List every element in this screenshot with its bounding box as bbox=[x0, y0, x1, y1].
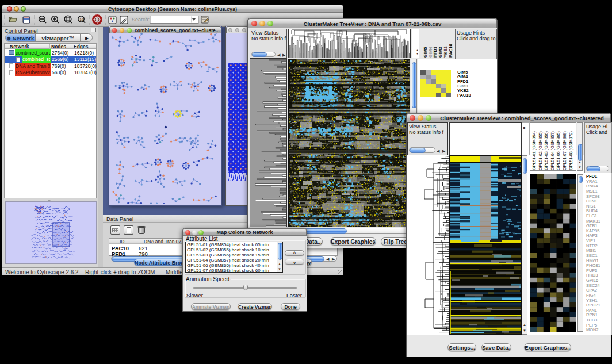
svg-text:GPL51-03 (GSM856): GPL51-03 (GSM856) bbox=[544, 131, 549, 170]
svg-text:GPL51-08 (GSM872): GPL51-08 (GSM872) bbox=[568, 131, 573, 170]
svg-text:PFD1: PFD1 bbox=[433, 47, 438, 58]
svg-text:GPL51-02 (GSM855): GPL51-02 (GSM855) bbox=[538, 131, 543, 170]
svg-text:GPL51-07 (GSM868): GPL51-07 (GSM868) bbox=[562, 131, 567, 170]
svg-text:GIM3: GIM3 bbox=[438, 47, 443, 58]
svg-text:GPL51-01 (GSM854): GPL51-01 (GSM854) bbox=[531, 131, 537, 170]
svg-text:1:1: 1:1 bbox=[80, 18, 84, 21]
svg-text:YKE2: YKE2 bbox=[443, 46, 448, 58]
svg-text:GIM4: GIM4 bbox=[428, 47, 433, 58]
svg-text:GIM5: GIM5 bbox=[423, 47, 428, 58]
svg-text:Search:: Search: bbox=[132, 17, 150, 22]
svg-text:GPL51-04 (GSM857): GPL51-04 (GSM857) bbox=[550, 131, 555, 170]
svg-text:PAC10: PAC10 bbox=[448, 44, 453, 58]
svg-text:GPL51-06 (GSM865): GPL51-06 (GSM865) bbox=[556, 131, 561, 170]
